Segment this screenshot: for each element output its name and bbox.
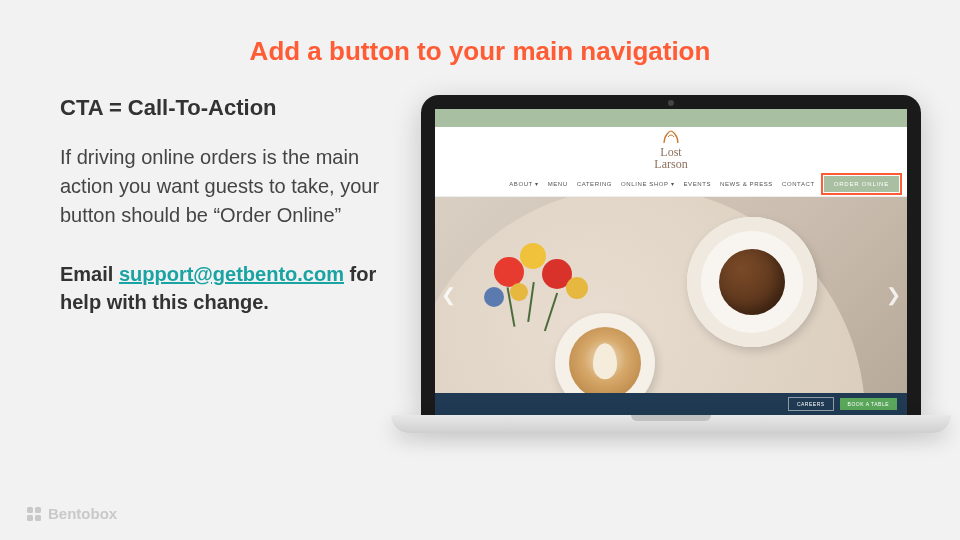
- brand-text: Bentobox: [48, 505, 117, 522]
- bentobox-logo-icon: [26, 506, 42, 522]
- help-prefix: Email: [60, 263, 119, 285]
- mockup-column: Lost Larson ABOUT ▾ MENU CATERING ONLINE…: [418, 95, 924, 433]
- main-nav: ABOUT ▾ MENU CATERING ONLINE SHOP ▾ EVEN…: [435, 171, 907, 197]
- latte-art: [569, 327, 641, 393]
- footer-bar: CAREERS BOOK A TABLE: [435, 393, 907, 415]
- help-text: Email support@getbento.com for help with…: [60, 260, 390, 316]
- slide-title: Add a button to your main navigation: [0, 0, 960, 67]
- logo-line2: Larson: [654, 158, 687, 170]
- site-logo: Lost Larson: [654, 129, 687, 170]
- nav-catering[interactable]: CATERING: [577, 181, 612, 187]
- support-email-link[interactable]: support@getbento.com: [119, 263, 344, 285]
- nav-contact[interactable]: CONTACT: [782, 181, 815, 187]
- text-column: CTA = Call-To-Action If driving online o…: [60, 95, 390, 433]
- laptop-base: [391, 415, 951, 433]
- pastry: [719, 249, 785, 315]
- nav-events[interactable]: EVENTS: [683, 181, 711, 187]
- order-online-button[interactable]: ORDER ONLINE: [824, 176, 899, 192]
- nav-news[interactable]: NEWS & PRESS: [720, 181, 773, 187]
- content-row: CTA = Call-To-Action If driving online o…: [0, 67, 960, 433]
- logo-mark-icon: [662, 129, 680, 145]
- body-text: If driving online orders is the main act…: [60, 143, 390, 230]
- camera-dot: [668, 100, 674, 106]
- svg-rect-0: [27, 507, 33, 513]
- carousel-next-icon[interactable]: ❯: [886, 284, 901, 306]
- hero-image: ❮ ❯: [435, 197, 907, 393]
- careers-chip[interactable]: CAREERS: [788, 397, 834, 411]
- svg-rect-2: [27, 515, 33, 521]
- nav-menu[interactable]: MENU: [548, 181, 568, 187]
- nav-shop[interactable]: ONLINE SHOP ▾: [621, 180, 674, 187]
- laptop-screen: Lost Larson ABOUT ▾ MENU CATERING ONLINE…: [421, 95, 921, 415]
- svg-rect-1: [35, 507, 41, 513]
- book-table-chip[interactable]: BOOK A TABLE: [840, 398, 897, 410]
- brand-watermark: Bentobox: [26, 505, 117, 522]
- subheading: CTA = Call-To-Action: [60, 95, 390, 121]
- laptop-mockup: Lost Larson ABOUT ▾ MENU CATERING ONLINE…: [421, 95, 921, 433]
- logo-row: Lost Larson: [435, 127, 907, 171]
- carousel-prev-icon[interactable]: ❮: [441, 284, 456, 306]
- pastry-plate: [687, 217, 817, 347]
- website-screenshot: Lost Larson ABOUT ▾ MENU CATERING ONLINE…: [435, 109, 907, 415]
- announcement-bar: [435, 109, 907, 127]
- nav-about[interactable]: ABOUT ▾: [509, 180, 538, 187]
- logo-line1: Lost: [654, 146, 687, 158]
- svg-rect-3: [35, 515, 41, 521]
